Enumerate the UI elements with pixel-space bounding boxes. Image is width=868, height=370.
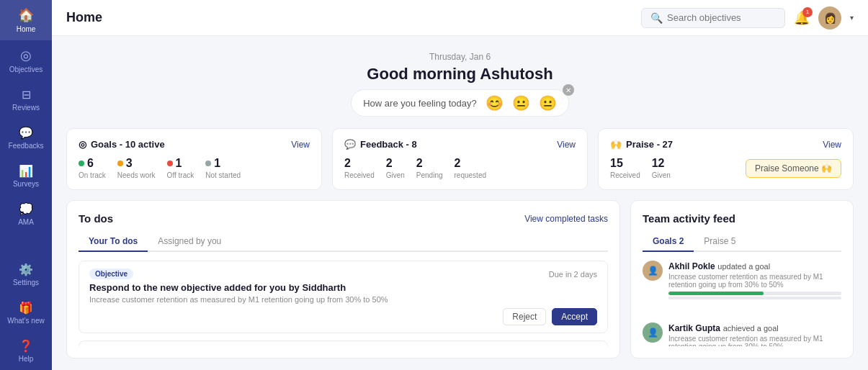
- avatar[interactable]: 👩: [818, 6, 841, 30]
- feedback-stat-given: 2 Given: [386, 157, 405, 179]
- praise-someone-button[interactable]: Praise Someone 🙌: [746, 159, 841, 178]
- tab-assigned-by-you[interactable]: Assigned by you: [148, 232, 231, 252]
- help-icon: ❓: [19, 339, 33, 353]
- todo-desc-0: Increase customer retention as measured …: [89, 295, 597, 304]
- feedback-stat-received: 2 Received: [344, 157, 375, 179]
- notification-button[interactable]: 🔔 1: [794, 10, 810, 26]
- goals-stat-ontrack: 6 On track: [79, 157, 106, 179]
- praise-stat-received: 15 Received: [610, 157, 640, 179]
- sidebar-item-help[interactable]: ❓ Help: [0, 332, 52, 370]
- sidebar-item-label: Reviews: [12, 104, 40, 112]
- close-icon[interactable]: ✕: [563, 84, 574, 96]
- feedback-card-title: 💬 Feedback - 8: [344, 139, 417, 150]
- feedback-stat-pending: 2 Pending: [416, 157, 443, 179]
- sidebar-item-label: AMA: [18, 218, 34, 226]
- feedbacks-icon: 💬: [19, 126, 33, 140]
- avatar-image: 👩: [824, 12, 836, 24]
- reject-button[interactable]: Reject: [503, 308, 546, 325]
- goals-stat-needswork: 3 Needs work: [117, 157, 156, 179]
- feedback-icon: 💬: [344, 139, 356, 150]
- notification-badge: 1: [802, 7, 813, 17]
- search-icon: 🔍: [650, 12, 663, 24]
- sidebar-item-label: Feedbacks: [9, 142, 44, 150]
- sidebar-item-feedbacks[interactable]: 💬 Feedbacks: [0, 119, 52, 157]
- todos-panel: To dos View completed tasks Your To dos …: [66, 200, 620, 358]
- ama-icon: 💭: [19, 202, 33, 216]
- feedback-card: 💬 Feedback - 8 View 2 Received 2 Given: [332, 128, 588, 190]
- todos-title: To dos: [79, 212, 113, 225]
- activity-avatar-0: 👤: [643, 261, 663, 281]
- activity-name-0: Akhil Pokle: [668, 261, 715, 271]
- sidebar-item-settings[interactable]: ⚙️ Settings: [0, 256, 52, 294]
- goals-view-link[interactable]: View: [291, 140, 310, 150]
- feedback-stat-requested: 2 requested: [455, 157, 486, 179]
- tab-your-todos[interactable]: Your To dos: [79, 232, 148, 252]
- greeting-date: Thrusday, Jan 6: [66, 52, 854, 62]
- sidebar-item-ama[interactable]: 💭 AMA: [0, 195, 52, 233]
- mood-emoji-sad[interactable]: 😐: [539, 94, 557, 112]
- todo-due-0: Due in 2 days: [549, 270, 597, 279]
- activity-name-1: Kartik Gupta: [668, 323, 720, 333]
- whatsnew-icon: 🎁: [19, 301, 33, 315]
- sidebar-item-label: Help: [19, 355, 34, 363]
- activity-tab-goals[interactable]: Goals 2: [643, 232, 694, 252]
- goals-stat-notstarted: 1 Not started: [205, 157, 241, 179]
- sidebar-item-label: Surveys: [13, 180, 39, 188]
- sidebar-item-label: Objectives: [9, 66, 43, 73]
- sidebar-item-surveys[interactable]: 📊 Surveys: [0, 157, 52, 195]
- page-title: Home: [66, 10, 641, 25]
- todo-tag-objective: Objective: [89, 269, 133, 279]
- todo-title-0: Respond to the new objective added for y…: [89, 282, 597, 293]
- activity-item-0: 👤 Akhil Pokle updated a goal Increase cu…: [643, 261, 841, 299]
- reviews-icon: ⊟: [22, 88, 31, 101]
- sidebar-item-objectives[interactable]: ◎ Objectives: [0, 40, 52, 81]
- praise-card: 🙌 Praise - 27 View 15 Received 12 Given: [598, 128, 854, 190]
- chevron-down-icon[interactable]: ▾: [850, 14, 854, 22]
- praise-icon: 🙌: [610, 139, 622, 150]
- search-box: 🔍: [641, 8, 785, 28]
- greeting-section: Thrusday, Jan 6 Good morning Ashutosh Ho…: [66, 48, 854, 118]
- sidebar-item-home[interactable]: 🏠 Home: [0, 0, 52, 40]
- mood-bar: How are you feeling today? 😊 😐 😐 ✕: [351, 89, 569, 117]
- lower-row: To dos View completed tasks Your To dos …: [66, 200, 854, 358]
- activity-item-1: 👤 Kartik Gupta achieved a goal Increase …: [643, 322, 841, 346]
- mood-emoji-neutral[interactable]: 😐: [512, 94, 530, 112]
- settings-icon: ⚙️: [19, 263, 33, 276]
- sidebar-item-whatsnew[interactable]: 🎁 What's new: [0, 294, 52, 332]
- activity-panel: Team activity feed Goals 2 Praise 5 👤 Ak…: [630, 200, 854, 358]
- praise-view-link[interactable]: View: [823, 140, 841, 150]
- mood-question: How are you feeling today?: [363, 98, 477, 109]
- home-icon: 🏠: [18, 7, 34, 23]
- topbar: Home 🔍 🔔 1 👩 ▾: [52, 0, 868, 36]
- sidebar: 🏠 Home ◎ Objectives ⊟ Reviews 💬 Feedback…: [0, 0, 52, 370]
- praise-stat-given: 12 Given: [652, 157, 671, 179]
- activity-desc-1: Increase customer retention as measured …: [668, 335, 841, 346]
- search-input[interactable]: [667, 12, 776, 23]
- goals-icon: ◎: [79, 139, 86, 150]
- activity-desc-0: Increase customer retention as measured …: [668, 273, 841, 289]
- goals-stat-offtrack: 1 Off track: [167, 157, 194, 179]
- mood-emoji-happy[interactable]: 😊: [486, 94, 504, 112]
- activity-avatar-1: 👤: [643, 322, 663, 343]
- sidebar-item-label: Settings: [13, 279, 39, 286]
- content-area: Thrusday, Jan 6 Good morning Ashutosh Ho…: [52, 36, 868, 370]
- todo-item-objective: Objective Due in 2 days Respond to the n…: [79, 261, 608, 333]
- goals-card: ◎ Goals - 10 active View 6 On track 3 Ne…: [66, 128, 322, 190]
- feedback-view-link[interactable]: View: [557, 140, 576, 150]
- activity-title: Team activity feed: [643, 212, 841, 225]
- view-completed-tasks-link[interactable]: View completed tasks: [524, 214, 608, 224]
- sidebar-item-label: Home: [17, 25, 36, 33]
- surveys-icon: 📊: [19, 164, 33, 178]
- activity-tab-praise[interactable]: Praise 5: [694, 232, 746, 252]
- goals-card-title: ◎ Goals - 10 active: [79, 139, 165, 150]
- cards-row: ◎ Goals - 10 active View 6 On track 3 Ne…: [66, 128, 854, 190]
- activity-action-0: updated a goal: [717, 262, 770, 271]
- sidebar-item-label: What's new: [7, 317, 44, 325]
- praise-card-title: 🙌 Praise - 27: [610, 139, 673, 150]
- sidebar-item-reviews[interactable]: ⊟ Reviews: [0, 81, 52, 119]
- accept-button[interactable]: Accept: [552, 308, 597, 325]
- activity-action-1: achieved a goal: [723, 324, 779, 333]
- objectives-icon: ◎: [20, 48, 32, 63]
- todo-item-review: Reviews Due in 2 days Fill your Self rev…: [79, 340, 608, 346]
- greeting-text: Good morning Ashutosh: [66, 65, 854, 84]
